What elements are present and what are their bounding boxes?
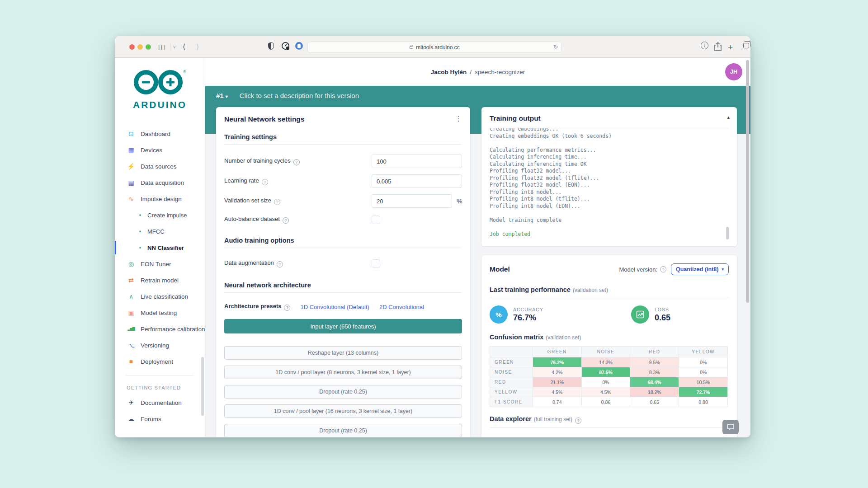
- feedback-button[interactable]: [722, 420, 739, 434]
- arduino-logo[interactable]: ® ARDUINO: [115, 58, 205, 115]
- field-input-learning-rate[interactable]: [372, 174, 462, 188]
- sidebar-section-heading: GETTING STARTED: [115, 381, 205, 394]
- help-icon[interactable]: ?: [660, 266, 666, 272]
- impulse-design-icon: ∿: [127, 196, 136, 202]
- help-icon[interactable]: ?: [283, 217, 289, 224]
- auto-balance-checkbox[interactable]: [372, 216, 380, 224]
- forward-icon[interactable]: ⟩: [196, 42, 199, 52]
- preset-2d-link[interactable]: 2D Convolutional: [379, 304, 424, 310]
- sidebar-item-label: Dashboard: [141, 131, 170, 137]
- console-scrollbar[interactable]: [726, 227, 729, 239]
- new-tab-icon[interactable]: +: [728, 42, 733, 52]
- sidebar-item-dashboard[interactable]: ⊡Dashboard: [115, 126, 205, 142]
- field-row: Learning rate?: [224, 174, 462, 188]
- layer-button[interactable]: 1D conv / pool layer (16 neurons, 3 kern…: [224, 404, 462, 418]
- sidebar-item-deployment[interactable]: ■Deployment: [115, 353, 205, 370]
- help-icon[interactable]: ?: [575, 418, 581, 424]
- field-input-validation-set-size[interactable]: [372, 194, 452, 208]
- divider: [490, 427, 729, 428]
- console-line: Creating embeddings OK (took 6 seconds): [490, 133, 729, 140]
- sidebar-item-retrain-model[interactable]: ⇄Retrain model: [115, 272, 205, 288]
- training-fields: Number of training cycles?Learning rate?…: [224, 155, 462, 208]
- sidebar-item-data-sources[interactable]: ⚡Data sources: [115, 158, 205, 174]
- help-icon[interactable]: ?: [274, 199, 280, 205]
- chevron-down-icon[interactable]: ∨: [173, 42, 176, 52]
- blue-extension-icon[interactable]: [295, 42, 303, 50]
- help-icon[interactable]: ?: [277, 261, 283, 267]
- field-input-number-of-training-cycles[interactable]: [372, 155, 462, 168]
- layer-button[interactable]: Dropout (rate 0.25): [224, 385, 462, 399]
- shield-extension-icon[interactable]: [268, 42, 274, 50]
- sidebar-item-data-acquisition[interactable]: ▤Data acquisition: [115, 174, 205, 191]
- breadcrumb-user[interactable]: Jacob Hylén: [431, 69, 467, 75]
- sidebar-item-model-testing[interactable]: ▣Model testing: [115, 305, 205, 321]
- avatar[interactable]: JH: [725, 63, 742, 80]
- kebab-menu-icon[interactable]: ⋮: [454, 114, 463, 123]
- sidebar-item-eon-tuner[interactable]: ◎EON Tuner: [115, 256, 205, 272]
- share-icon[interactable]: [714, 42, 722, 51]
- help-icon[interactable]: ?: [284, 305, 290, 311]
- help-icon[interactable]: ?: [293, 159, 300, 165]
- input-layer-button[interactable]: Input layer (650 features): [224, 319, 462, 333]
- sidebar-item-label: Data acquisition: [141, 179, 184, 186]
- matrix-cell: 10.5%: [679, 377, 728, 387]
- sidebar-toggle-icon[interactable]: ◫: [158, 42, 165, 52]
- training-console[interactable]: Creating embeddings...Creating embedding…: [490, 128, 729, 242]
- console-line: [490, 140, 729, 147]
- sidebar-item-versioning[interactable]: ⌥Versioning: [115, 337, 205, 353]
- auto-balance-label: Auto-balance dataset?: [224, 216, 372, 224]
- sidebar-item-devices[interactable]: ▦Devices: [115, 142, 205, 158]
- minimize-window-button[interactable]: [137, 44, 143, 50]
- arduino-infinity-icon: ®: [131, 69, 189, 98]
- version-description[interactable]: Click to set a description for this vers…: [240, 92, 359, 99]
- matrix-col-header: NOISE: [581, 347, 630, 357]
- sidebar-item-performance-calibration[interactable]: ▂▅▇Performance calibration: [115, 321, 205, 337]
- sidebar-item-live-classification[interactable]: ∧Live classification: [115, 288, 205, 305]
- preset-1d-link[interactable]: 1D Convolutional (Default): [300, 304, 369, 310]
- matrix-row: RED21.1%0%68.4%10.5%: [490, 377, 728, 387]
- page-scrollbar[interactable]: [746, 60, 749, 303]
- back-icon[interactable]: ⟨: [183, 42, 185, 52]
- layer-button[interactable]: 1D conv / pool layer (8 neurons, 3 kerne…: [224, 366, 462, 379]
- sidebar-item-create-impulse[interactable]: ●Create impulse: [115, 207, 205, 223]
- sidebar-item-label: MFCC: [147, 228, 165, 235]
- zoom-window-button[interactable]: [146, 44, 151, 50]
- sidebar-item-nn-classifier[interactable]: ●NN Classifier: [115, 239, 205, 256]
- training-output-card: Training output ▴ Creating embeddings...…: [481, 107, 737, 246]
- dashboard-icon: ⊡: [127, 131, 136, 137]
- sidebar-scrollbar[interactable]: [201, 357, 204, 416]
- sidebar-item-label: Performance calibration: [141, 326, 205, 333]
- sidebar-item-mfcc[interactable]: ●MFCC: [115, 223, 205, 239]
- downloads-icon[interactable]: ↓: [701, 42, 708, 49]
- performance-heading: Last training performance(validation set…: [490, 286, 729, 293]
- accuracy-label: ACCURACY: [513, 307, 543, 312]
- sidebar-item-impulse-design[interactable]: ∿Impulse design: [115, 191, 205, 207]
- layer-button[interactable]: Dropout (rate 0.25): [224, 424, 462, 437]
- console-line: Creating embeddings...: [490, 128, 729, 133]
- address-bar[interactable]: mltools.arduino.cc ↻: [307, 42, 562, 53]
- nn-settings-card: Neural Network settings ⋮ Training setti…: [216, 107, 470, 437]
- version-selector[interactable]: #1▾: [216, 92, 228, 99]
- url-text: mltools.arduino.cc: [416, 44, 460, 51]
- sidebar-item-forums[interactable]: ☁Forums: [115, 411, 205, 427]
- help-icon[interactable]: ?: [262, 179, 268, 185]
- field-row: Validation set size?%: [224, 194, 462, 208]
- data-augmentation-label: Data augmentation?: [224, 259, 372, 267]
- privacy-gauge-extension-icon[interactable]: [282, 42, 289, 50]
- accuracy-value: 76.7%: [513, 313, 543, 323]
- app-header: Jacob Hylén / speech-recognizer JH: [205, 58, 750, 86]
- caret-down-icon: ▾: [722, 267, 724, 272]
- collapse-icon[interactable]: ▴: [727, 114, 730, 120]
- divider: [490, 297, 729, 297]
- sidebar-item-documentation[interactable]: ✈Documentation: [115, 394, 205, 411]
- console-line: [490, 224, 729, 231]
- breadcrumb-project[interactable]: speech-recognizer: [475, 69, 525, 75]
- close-window-button[interactable]: [129, 44, 135, 50]
- model-version-dropdown[interactable]: Quantized (int8)▾: [671, 263, 729, 275]
- tab-overview-icon[interactable]: [743, 43, 749, 48]
- reload-icon[interactable]: ↻: [553, 44, 558, 50]
- sidebar-item-label: Versioning: [141, 342, 169, 349]
- data-augmentation-checkbox[interactable]: [372, 259, 380, 268]
- layer-button[interactable]: Reshape layer (13 columns): [224, 346, 462, 360]
- matrix-row: YELLOW4.5%4.5%18.2%72.7%: [490, 387, 728, 397]
